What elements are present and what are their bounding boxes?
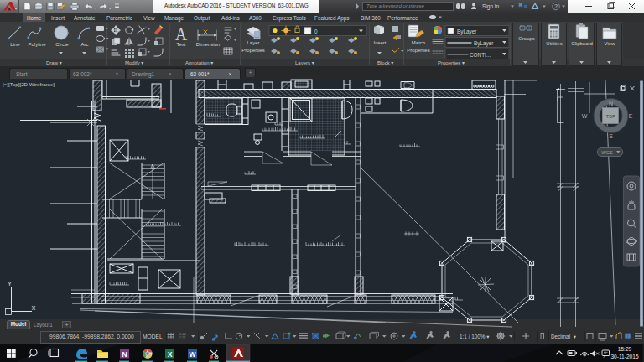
svg-text:ByLayer: ByLayer bbox=[474, 40, 494, 47]
svg-text:?: ? bbox=[554, 3, 558, 9]
svg-text:0: 0 bbox=[314, 28, 318, 34]
svg-text:E: E bbox=[629, 113, 633, 119]
svg-text:Y: Y bbox=[8, 280, 12, 287]
svg-text:N: N bbox=[609, 101, 613, 106]
svg-text:W: W bbox=[189, 350, 196, 359]
svg-text:A: A bbox=[175, 25, 188, 44]
svg-text:X: X bbox=[32, 304, 36, 312]
svg-text:N: N bbox=[122, 350, 127, 359]
svg-text:W: W bbox=[582, 113, 588, 119]
svg-text:S: S bbox=[609, 133, 613, 139]
svg-text:WCS: WCS bbox=[601, 150, 613, 155]
svg-text:TOP: TOP bbox=[606, 114, 615, 119]
svg-text:ByLayer: ByLayer bbox=[457, 28, 477, 35]
svg-text:CONTI...: CONTI... bbox=[470, 52, 491, 58]
svg-text:X: X bbox=[168, 350, 173, 359]
